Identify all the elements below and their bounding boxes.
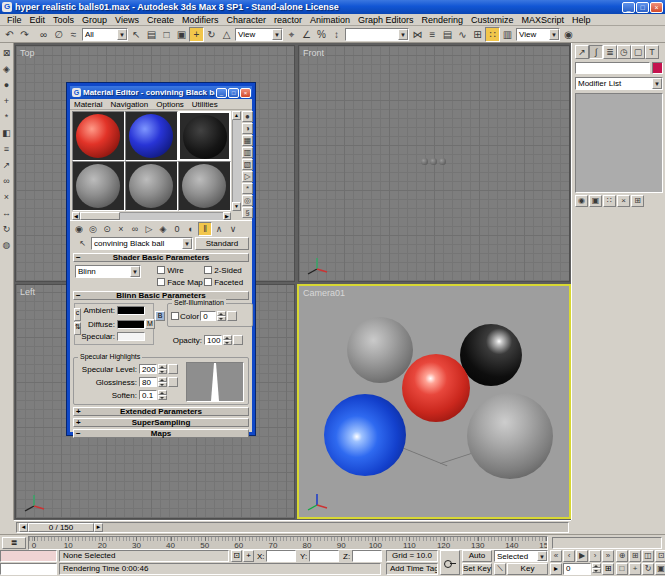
make-preview-icon[interactable]: ▷	[242, 171, 253, 182]
minimize-button[interactable]: _	[622, 2, 635, 13]
maximize-viewport-icon[interactable]: ▣	[655, 563, 665, 575]
get-material-icon[interactable]: ◉	[72, 222, 86, 236]
options-icon[interactable]: *	[242, 183, 253, 194]
go-to-start-button[interactable]: «	[550, 550, 562, 562]
delete-icon[interactable]: ×	[0, 189, 13, 204]
go-to-end-button[interactable]: »	[602, 550, 614, 562]
soften-field[interactable]: 0.1	[139, 390, 157, 400]
next-frame-arrow[interactable]: ►	[94, 523, 103, 532]
viewport-front[interactable]: Front	[298, 45, 570, 282]
menu-item[interactable]: Rendering	[418, 15, 468, 25]
tab-motion[interactable]: ◷	[617, 45, 631, 59]
viewport-front-label[interactable]: Front	[303, 48, 324, 58]
specular-level-field[interactable]: 200	[139, 364, 157, 374]
absolute-offset-icon[interactable]: +	[243, 550, 254, 562]
set-key-button[interactable]: Set Key	[462, 563, 492, 575]
menu-item[interactable]: Modifiers	[178, 15, 223, 25]
self-illum-color-checkbox[interactable]	[171, 312, 179, 320]
close-button[interactable]: ×	[650, 2, 663, 13]
zoom-icon[interactable]: ⊕	[616, 550, 628, 562]
menu-item[interactable]: Edit	[26, 15, 50, 25]
menu-item[interactable]: Create	[143, 15, 178, 25]
tab-create[interactable]: ↗	[575, 45, 589, 59]
axis-icon[interactable]: +	[0, 93, 13, 108]
glossiness-map-button[interactable]	[168, 377, 178, 387]
time-slider-track[interactable]: ◄ 0 / 150 ►	[16, 522, 569, 533]
me-menu-item[interactable]: Navigation	[106, 100, 152, 109]
material-type-button[interactable]: Standard	[195, 237, 249, 250]
previous-frame-arrow[interactable]: ◄	[19, 523, 28, 532]
me-minimize-button[interactable]: _	[216, 88, 227, 98]
object-name-field[interactable]	[575, 62, 650, 74]
rectangular-selection-icon[interactable]: □	[159, 27, 174, 42]
pin-stack-icon[interactable]: ◉	[575, 195, 588, 207]
zoom-extents-all-icon[interactable]: ⊡	[655, 550, 665, 562]
viewport-camera[interactable]: Camera01	[297, 284, 571, 519]
opacity-spinner[interactable]	[223, 335, 232, 345]
pencil-icon[interactable]: ↗	[0, 157, 13, 172]
sample-type-icon[interactable]: ●	[242, 111, 253, 122]
pan-icon[interactable]: ↔	[0, 205, 13, 220]
background-icon[interactable]: ▦	[242, 135, 253, 146]
scroll-thumb[interactable]	[80, 212, 120, 220]
modifier-stack[interactable]	[575, 93, 663, 193]
key-filters-button[interactable]: Key Filters...	[507, 563, 548, 575]
modifier-list-dropdown[interactable]: Modifier List▼	[575, 77, 663, 90]
current-frame-field[interactable]: 0	[563, 563, 591, 575]
select-and-move-icon[interactable]: +	[189, 27, 204, 42]
show-map-in-viewport-icon[interactable]: 0	[170, 222, 184, 236]
previous-frame-button[interactable]: ‹	[563, 550, 575, 562]
macro-recorder-field[interactable]	[0, 550, 57, 562]
sphere-black[interactable]	[460, 324, 522, 386]
go-forward-icon[interactable]: ∧	[212, 222, 226, 236]
scene-object-dot[interactable]	[421, 158, 428, 165]
angle-snap-icon[interactable]: ∠	[299, 27, 314, 42]
opacity-field[interactable]: 100	[204, 335, 222, 345]
select-by-material-icon[interactable]: ◎	[242, 195, 253, 206]
me-menu-item[interactable]: Options	[152, 100, 188, 109]
select-object-icon[interactable]: ↖	[129, 27, 144, 42]
rollout-extended-parameters[interactable]: +Extended Parameters	[73, 407, 249, 416]
window-crossing-icon[interactable]: ▣	[174, 27, 189, 42]
delete-material-icon[interactable]: ×	[114, 222, 128, 236]
layers-icon[interactable]: ≡	[0, 141, 13, 156]
maxscript-listener-field[interactable]	[0, 563, 57, 575]
scene-object-dot[interactable]	[439, 158, 446, 165]
selection-filter-dropdown[interactable]: All▼	[82, 28, 128, 41]
specular-level-map-button[interactable]	[168, 364, 178, 374]
rollout-supersampling[interactable]: +SuperSampling	[73, 418, 249, 427]
shader-type-dropdown[interactable]: Blinn▼	[75, 265, 141, 278]
face-map-checkbox[interactable]: Face Map	[157, 278, 203, 287]
scroll-left-icon[interactable]: ◀	[72, 212, 80, 220]
zoom-region-icon[interactable]: □	[616, 563, 628, 575]
rollout-shader-basic[interactable]: −Shader Basic Parameters	[73, 253, 249, 262]
me-maximize-button[interactable]: □	[228, 88, 239, 98]
zoom-extents-icon[interactable]: ◫	[642, 550, 654, 562]
unlink-selection-icon[interactable]: ∅	[51, 27, 66, 42]
put-to-library-icon[interactable]: ▷	[142, 222, 156, 236]
sphere-gray-top[interactable]	[347, 317, 413, 383]
me-menu-item[interactable]: Utilities	[188, 100, 222, 109]
maximize-button[interactable]: □	[636, 2, 649, 13]
material-navigator-icon[interactable]: §	[242, 207, 253, 218]
selection-lock-icon[interactable]: ⊡	[231, 550, 242, 562]
sample-tiling-icon[interactable]: ▥	[242, 147, 253, 158]
lock-button[interactable]: B	[155, 311, 165, 321]
add-time-tag[interactable]: Add Time Tag	[386, 563, 438, 575]
set-key-filter-icon[interactable]: ⟍	[494, 563, 506, 575]
show-end-result-icon[interactable]: ◐	[184, 222, 198, 236]
sample-vertical-scrollbar[interactable]: ▲ ▼	[232, 111, 241, 211]
scroll-down-icon[interactable]: ▼	[232, 202, 241, 211]
next-frame-button[interactable]: ›	[589, 550, 601, 562]
scroll-right-icon[interactable]: ▶	[223, 212, 231, 220]
menu-item[interactable]: Help	[568, 15, 595, 25]
two-sided-checkbox[interactable]: 2-Sided	[204, 266, 242, 275]
undo-icon[interactable]: ↶	[2, 27, 17, 42]
tab-hierarchy[interactable]: ≣	[603, 45, 617, 59]
z-coordinate-field[interactable]	[352, 550, 382, 562]
lock-diffuse-specular-button[interactable]: ⇅	[74, 322, 81, 335]
selection-set-dropdown[interactable]: Selected▼	[494, 550, 548, 562]
ambient-color-swatch[interactable]	[117, 306, 145, 315]
soften-spinner[interactable]	[158, 390, 167, 400]
sample-slot-black[interactable]	[178, 111, 231, 161]
